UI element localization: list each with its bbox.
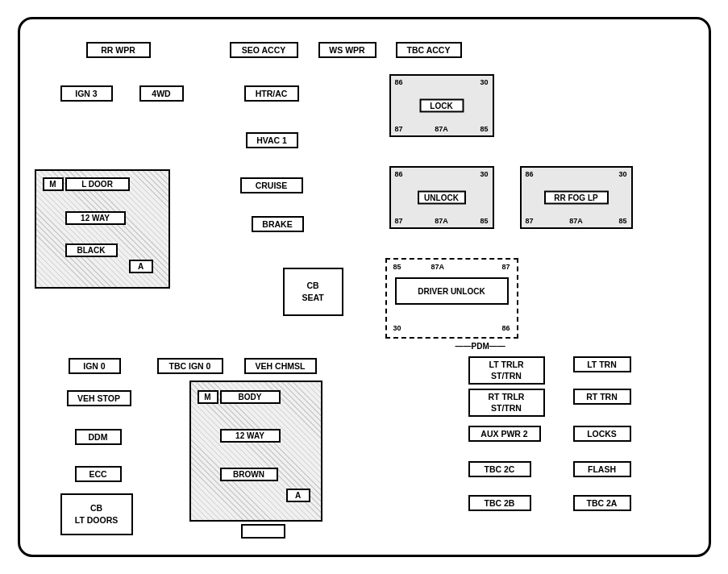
lock-87a: 87A [435,125,448,133]
rr-fog-relay-block: 86 30 RR FOG LP 87 87A 85 [520,166,633,229]
ign0-label: IGN 0 [69,358,121,374]
du-87: 87 [501,263,510,271]
ddm-label: DDM [75,429,122,445]
veh-stop-label: VEH STOP [67,390,131,406]
fog-87a: 87A [569,217,583,225]
fog-86: 86 [526,170,534,178]
rt-trn-label: RT TRN [573,389,631,405]
veh-chmsl-label: VEH CHMSL [244,358,317,374]
way12-bot-label: 12 WAY [220,429,281,443]
brown-label: BROWN [220,468,278,481]
pdm-box: 85 87A 87 DRIVER UNLOCK 30 86 [385,258,518,339]
locks-label: LOCKS [573,426,631,442]
rr-wpr-label: RR WPR [86,42,151,58]
lock-85: 85 [480,125,488,133]
rt-trlr-label: RT TRLRST/TRN [468,389,545,417]
l-door-label: L DOOR [65,177,130,191]
cb-seat-label: CBSEAT [283,268,343,316]
fog-87: 87 [526,217,534,225]
du-30: 30 [393,324,401,332]
lock-30: 30 [480,78,488,86]
fog-30: 30 [618,170,626,178]
lock-relay-block: 86 30 LOCK 87 87A 85 [389,74,494,137]
unlock-87a: 87A [435,217,448,225]
fwd-label: 4WD [139,85,184,102]
tbc-2a-label: TBC 2A [573,495,631,511]
driver-unlock-label: DRIVER UNLOCK [395,277,509,305]
tbc-ign0-label: TBC IGN 0 [157,358,223,374]
aux-pwr2-label: AUX PWR 2 [468,426,541,442]
seo-accy-label: SEO ACCY [230,42,298,58]
brake-label: BRAKE [252,216,304,232]
du-85: 85 [393,263,401,271]
lt-trlr-label: LT TRLRST/TRN [468,356,545,385]
body-label: BODY [220,390,281,404]
a-top-label: A [129,260,153,273]
unlock-relay-label: UNLOCK [418,191,466,205]
a-bot-label: A [286,489,310,502]
lock-86: 86 [395,78,403,86]
m-bot-label: M [198,390,218,404]
l-door-shaded-box: M L DOOR 12 WAY BLACK A [35,169,170,289]
unlock-87: 87 [395,217,403,225]
lt-trn-label: LT TRN [573,356,631,372]
ws-wpr-label: WS WPR [318,42,376,58]
black-label: BLACK [65,243,118,257]
flash-label: FLASH [573,461,631,477]
du-87a: 87A [431,263,445,271]
cruise-label: CRUISE [240,177,303,193]
tbc-2b-label: TBC 2B [468,495,531,511]
htr-ac-label: HTR/AC [244,85,299,102]
unlock-85: 85 [480,217,488,225]
tbc-accy-label: TBC ACCY [396,42,462,58]
lock-relay-label: LOCK [419,99,464,113]
du-86: 86 [501,324,510,332]
way12-top-label: 12 WAY [65,211,126,225]
tbc-2c-label: TBC 2C [468,461,531,477]
ecc-label: ECC [75,466,122,482]
cb-lt-doors-label: CBLT DOORS [60,493,133,535]
lock-87: 87 [395,125,403,133]
bottom-connector [241,524,285,539]
unlock-relay-block: 86 30 UNLOCK 87 87A 85 [389,166,494,229]
m-top-label: M [43,177,64,191]
hvac1-label: HVAC 1 [246,132,298,148]
ign3-label: IGN 3 [60,85,113,102]
fuse-diagram: RR WPR SEO ACCY WS WPR TBC ACCY IGN 3 4W… [18,17,711,557]
unlock-86: 86 [395,170,403,178]
rr-fog-relay-label: RR FOG LP [544,191,609,205]
fog-85: 85 [618,217,626,225]
pdm-text-label: ——PDM—— [456,342,505,351]
body-shaded-box: M BODY 12 WAY BROWN A [189,381,322,522]
unlock-30: 30 [480,170,488,178]
